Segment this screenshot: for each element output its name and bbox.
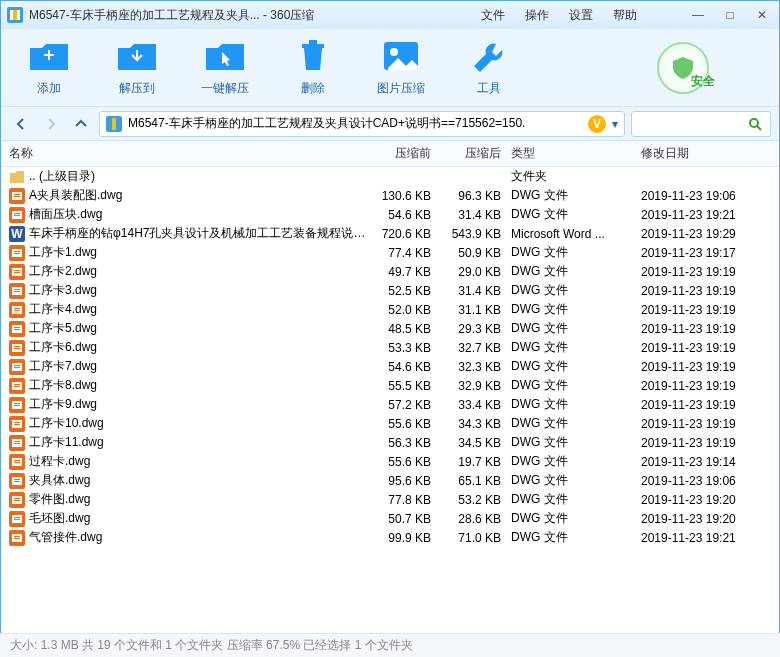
file-row[interactable]: 工序卡9.dwg57.2 KB33.4 KBDWG 文件2019-11-23 1… bbox=[1, 395, 779, 414]
file-list: .. (上级目录) 文件夹 A夹具装配图.dwg130.6 KB96.3 KBD… bbox=[1, 167, 779, 633]
svg-rect-61 bbox=[14, 424, 20, 425]
file-icon: W bbox=[9, 226, 25, 242]
minimize-button[interactable]: ― bbox=[687, 6, 709, 24]
file-name: 零件图.dwg bbox=[29, 491, 371, 508]
navbar: M6547-车床手柄座的加工工艺规程及夹具设计CAD+说明书==715562=1… bbox=[1, 107, 779, 141]
col-type[interactable]: 类型 bbox=[511, 145, 641, 162]
file-icon bbox=[9, 321, 25, 337]
file-row[interactable]: 工序卡10.dwg55.6 KB34.3 KBDWG 文件2019-11-23 … bbox=[1, 414, 779, 433]
archive-icon bbox=[106, 116, 122, 132]
col-date[interactable]: 修改日期 bbox=[641, 145, 771, 162]
column-header[interactable]: 名称 压缩前 压缩后 类型 修改日期 bbox=[1, 141, 779, 167]
svg-rect-73 bbox=[14, 481, 20, 482]
file-row[interactable]: 工序卡6.dwg53.3 KB32.7 KBDWG 文件2019-11-23 1… bbox=[1, 338, 779, 357]
search-icon bbox=[748, 117, 762, 131]
menu-operate[interactable]: 操作 bbox=[525, 7, 549, 24]
svg-rect-57 bbox=[14, 405, 20, 406]
main-menu: 文件 操作 设置 帮助 bbox=[481, 7, 637, 24]
svg-rect-60 bbox=[14, 422, 20, 423]
menu-settings[interactable]: 设置 bbox=[569, 7, 593, 24]
file-row[interactable]: 夹具体.dwg95.6 KB65.1 KBDWG 文件2019-11-23 19… bbox=[1, 471, 779, 490]
file-row[interactable]: 槽面压块.dwg54.6 KB31.4 KBDWG 文件2019-11-23 1… bbox=[1, 205, 779, 224]
file-row[interactable]: 毛坯图.dwg50.7 KB28.6 KBDWG 文件2019-11-23 19… bbox=[1, 509, 779, 528]
file-row[interactable]: 工序卡3.dwg52.5 KB31.4 KBDWG 文件2019-11-23 1… bbox=[1, 281, 779, 300]
file-row[interactable]: 工序卡1.dwg77.4 KB50.9 KBDWG 文件2019-11-23 1… bbox=[1, 243, 779, 262]
tools-button[interactable]: 工具 bbox=[459, 38, 519, 97]
parent-type: 文件夹 bbox=[511, 168, 641, 185]
svg-rect-2 bbox=[13, 10, 17, 20]
file-before: 53.3 KB bbox=[371, 341, 441, 355]
file-row[interactable]: 工序卡2.dwg49.7 KB29.0 KBDWG 文件2019-11-23 1… bbox=[1, 262, 779, 281]
file-after: 32.7 KB bbox=[441, 341, 511, 355]
file-type: DWG 文件 bbox=[511, 415, 641, 432]
file-date: 2019-11-23 19:19 bbox=[641, 341, 771, 355]
file-before: 57.2 KB bbox=[371, 398, 441, 412]
svg-rect-32 bbox=[14, 289, 20, 290]
svg-rect-68 bbox=[14, 460, 20, 461]
maximize-button[interactable]: □ bbox=[719, 6, 741, 24]
menu-file[interactable]: 文件 bbox=[481, 7, 505, 24]
col-name[interactable]: 名称 bbox=[9, 145, 371, 162]
file-type: DWG 文件 bbox=[511, 263, 641, 280]
folder-plus-icon bbox=[28, 38, 70, 74]
delete-label: 删除 bbox=[301, 80, 325, 97]
file-icon bbox=[9, 264, 25, 280]
file-row[interactable]: 工序卡8.dwg55.5 KB32.9 KBDWG 文件2019-11-23 1… bbox=[1, 376, 779, 395]
file-type: DWG 文件 bbox=[511, 529, 641, 546]
wrench-icon bbox=[468, 38, 510, 74]
file-type: DWG 文件 bbox=[511, 358, 641, 375]
file-row[interactable]: 工序卡11.dwg56.3 KB34.5 KBDWG 文件2019-11-23 … bbox=[1, 433, 779, 452]
svg-rect-84 bbox=[14, 536, 20, 537]
file-row[interactable]: 过程卡.dwg55.6 KB19.7 KBDWG 文件2019-11-23 19… bbox=[1, 452, 779, 471]
file-icon bbox=[9, 454, 25, 470]
parent-dir-row[interactable]: .. (上级目录) 文件夹 bbox=[1, 167, 779, 186]
col-before[interactable]: 压缩前 bbox=[371, 145, 441, 162]
file-row[interactable]: 工序卡4.dwg52.0 KB31.1 KBDWG 文件2019-11-23 1… bbox=[1, 300, 779, 319]
file-type: DWG 文件 bbox=[511, 491, 641, 508]
file-row[interactable]: 气管接件.dwg99.9 KB71.0 KBDWG 文件2019-11-23 1… bbox=[1, 528, 779, 547]
file-before: 52.0 KB bbox=[371, 303, 441, 317]
file-date: 2019-11-23 19:17 bbox=[641, 246, 771, 260]
forward-button[interactable] bbox=[39, 112, 63, 136]
path-text: M6547-车床手柄座的加工工艺规程及夹具设计CAD+说明书==715562=1… bbox=[128, 115, 584, 132]
svg-rect-76 bbox=[14, 498, 20, 499]
file-icon bbox=[9, 397, 25, 413]
file-icon bbox=[9, 283, 25, 299]
chevron-down-icon[interactable]: ▾ bbox=[612, 117, 618, 131]
safe-badge[interactable] bbox=[657, 42, 709, 94]
menu-help[interactable]: 帮助 bbox=[613, 7, 637, 24]
oneclick-label: 一键解压 bbox=[201, 80, 249, 97]
path-input[interactable]: M6547-车床手柄座的加工工艺规程及夹具设计CAD+说明书==715562=1… bbox=[99, 111, 625, 137]
file-row[interactable]: A夹具装配图.dwg130.6 KB96.3 KBDWG 文件2019-11-2… bbox=[1, 186, 779, 205]
file-row[interactable]: W车床手柄座的钻φ14H7孔夹具设计及机械加工工艺装备规程说明…720.6 KB… bbox=[1, 224, 779, 243]
svg-rect-85 bbox=[14, 538, 20, 539]
file-row[interactable]: 零件图.dwg77.8 KB53.2 KBDWG 文件2019-11-23 19… bbox=[1, 490, 779, 509]
file-after: 34.5 KB bbox=[441, 436, 511, 450]
svg-rect-56 bbox=[14, 403, 20, 404]
file-name: 工序卡5.dwg bbox=[29, 320, 371, 337]
close-button[interactable]: ✕ bbox=[751, 6, 773, 24]
back-button[interactable] bbox=[9, 112, 33, 136]
file-name: 气管接件.dwg bbox=[29, 529, 371, 546]
svg-rect-80 bbox=[14, 517, 20, 518]
imgcompress-button[interactable]: 图片压缩 bbox=[371, 38, 431, 97]
file-date: 2019-11-23 19:21 bbox=[641, 531, 771, 545]
file-before: 77.4 KB bbox=[371, 246, 441, 260]
window-title: M6547-车床手柄座的加工工艺规程及夹具... - 360压缩 bbox=[29, 7, 314, 24]
col-after[interactable]: 压缩后 bbox=[441, 145, 511, 162]
up-button[interactable] bbox=[69, 112, 93, 136]
file-date: 2019-11-23 19:19 bbox=[641, 360, 771, 374]
delete-button[interactable]: 删除 bbox=[283, 38, 343, 97]
file-type: DWG 文件 bbox=[511, 377, 641, 394]
oneclick-button[interactable]: 一键解压 bbox=[195, 38, 255, 97]
app-icon bbox=[7, 7, 23, 23]
extract-button[interactable]: 解压到 bbox=[107, 38, 167, 97]
file-before: 48.5 KB bbox=[371, 322, 441, 336]
search-input[interactable] bbox=[631, 111, 771, 137]
imgcompress-label: 图片压缩 bbox=[377, 80, 425, 97]
file-row[interactable]: 工序卡5.dwg48.5 KB29.3 KBDWG 文件2019-11-23 1… bbox=[1, 319, 779, 338]
arrow-right-icon bbox=[44, 117, 58, 131]
file-row[interactable]: 工序卡7.dwg54.6 KB32.3 KBDWG 文件2019-11-23 1… bbox=[1, 357, 779, 376]
file-after: 32.9 KB bbox=[441, 379, 511, 393]
add-button[interactable]: 添加 bbox=[19, 38, 79, 97]
